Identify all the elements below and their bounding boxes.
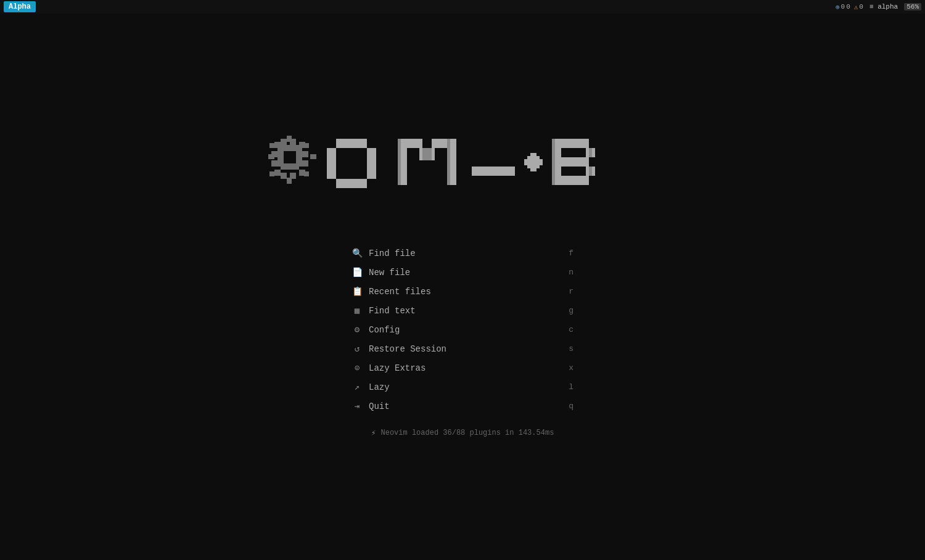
status-icons: ⊕ 0 0 ⚠ 0 [836,3,863,11]
find-file-key: f [569,249,574,258]
menu-item-config[interactable]: ⚙ Config c [352,320,574,339]
menu: 🔍 Find file f 📄 New file n 📋 Recent file… [352,244,574,416]
menu-item-lazy[interactable]: ↗ Lazy l [352,377,574,397]
menu-item-lazy-extras[interactable]: ⊙ Lazy Extras x [352,358,574,377]
svg-rect-42 [530,168,536,171]
svg-rect-19 [310,154,316,159]
lazy-extras-key: x [569,363,574,373]
svg-rect-17 [287,178,292,184]
menu-item-restore-session[interactable]: ↺ Restore Session s [352,339,574,358]
lazy-extras-icon: ⊙ [352,363,363,373]
svg-rect-38 [527,156,540,168]
new-file-key: n [569,268,574,277]
gear-icon: ⚙ [352,324,363,335]
svg-rect-20 [304,143,309,148]
svg-rect-44 [561,139,589,148]
svg-rect-16 [287,136,292,142]
menu-item-find-text-left: ▦ Find text [352,305,416,316]
svg-rect-0 [274,142,281,148]
logo-area [268,136,657,219]
menu-item-restore-left: ↺ Restore Session [352,344,446,354]
svg-rect-40 [540,159,543,165]
svg-rect-41 [530,153,536,156]
svg-rect-49 [552,139,555,185]
bolt-icon: ⚡ [371,428,376,438]
svg-rect-5 [302,160,308,167]
svg-rect-50 [589,148,592,157]
svg-rect-39 [524,159,527,165]
svg-rect-25 [327,148,336,179]
menu-item-new-file[interactable]: 📄 New file n [352,263,574,282]
recent-icon: 📋 [352,286,363,297]
lazy-label: Lazy [369,382,390,392]
svg-rect-36 [422,148,432,160]
svg-rect-28 [336,148,367,179]
svg-rect-1 [281,139,287,145]
svg-rect-23 [269,171,274,176]
warnings-val: 0 [859,3,863,10]
svg-rect-24 [336,139,367,148]
menu-item-lazy-extras-left: ⊙ Lazy Extras [352,363,426,373]
svg-rect-37 [472,167,515,176]
lazy-extras-label: Lazy Extras [369,363,426,373]
main-content: 🔍 Find file f 📄 New file n 📋 Recent file… [0,14,925,560]
menu-item-quit[interactable]: ⇥ Quit q [352,397,574,416]
recent-files-key: r [569,287,574,296]
svg-rect-46 [561,157,589,167]
find-file-label: Find file [369,249,416,258]
branch-label: ≡ alpha [870,3,898,10]
menu-item-find-file[interactable]: 🔍 Find file f [352,244,574,263]
svg-rect-22 [304,171,309,176]
quit-key: q [569,401,574,411]
topbar: Alpha ⊕ 0 0 ⚠ 0 ≡ alpha 56% [0,0,925,14]
svg-rect-8 [281,173,287,179]
config-key: c [569,325,574,334]
menu-item-recent-files[interactable]: 📋 Recent files r [352,282,574,301]
menu-item-lazy-left: ↗ Lazy [352,382,390,392]
lazy-key: l [569,382,574,392]
grid-icon: ▦ [352,305,363,316]
restore-icon: ↺ [352,344,363,354]
svg-rect-12 [281,145,299,148]
search-icon: 🔍 [352,248,363,258]
menu-item-find-text[interactable]: ▦ Find text g [352,301,574,320]
svg-rect-18 [268,154,274,159]
svg-rect-15 [284,151,296,163]
svg-rect-21 [269,143,274,148]
menu-item-config-left: ⚙ Config [352,324,400,335]
svg-rect-10 [271,160,278,167]
status-line: ⚡ Neovim loaded 36/88 plugins in 143.54m… [371,428,554,438]
svg-rect-14 [281,167,299,170]
svg-rect-32 [432,139,447,148]
lazy-icon: ↗ [352,382,363,392]
restore-session-key: s [569,344,574,353]
find-text-key: g [569,306,574,315]
svg-rect-4 [302,151,308,157]
recent-files-label: Recent files [369,287,431,297]
file-icon: 📄 [352,267,363,278]
menu-item-new-file-left: 📄 New file [352,267,410,278]
quit-label: Quit [369,401,390,411]
svg-rect-26 [367,148,376,179]
svg-rect-27 [336,179,367,188]
error-count: ⊕ 0 0 [836,3,850,11]
topbar-right: ⊕ 0 0 ⚠ 0 ≡ alpha 56% [836,3,921,11]
svg-rect-48 [561,176,589,185]
menu-item-find-file-left: 🔍 Find file [352,248,416,258]
svg-rect-34 [398,139,401,185]
status-text: Neovim loaded 36/88 plugins in 143.54ms [380,429,554,437]
menu-item-quit-left: ⇥ Quit [352,401,390,411]
svg-rect-35 [447,139,450,185]
warning-icon: ⚠ [854,3,858,11]
svg-rect-51 [589,167,592,176]
alpha-tab[interactable]: Alpha [4,1,36,12]
svg-rect-9 [274,170,281,176]
new-file-label: New file [369,268,410,278]
find-text-label: Find text [369,306,416,316]
warning-count: ⚠ 0 [854,3,863,11]
zoom-level: 56% [904,3,921,10]
quit-icon: ⇥ [352,401,363,411]
menu-item-recent-files-left: 📋 Recent files [352,286,431,297]
svg-rect-31 [407,139,422,148]
errors-val: 0 [846,3,850,10]
